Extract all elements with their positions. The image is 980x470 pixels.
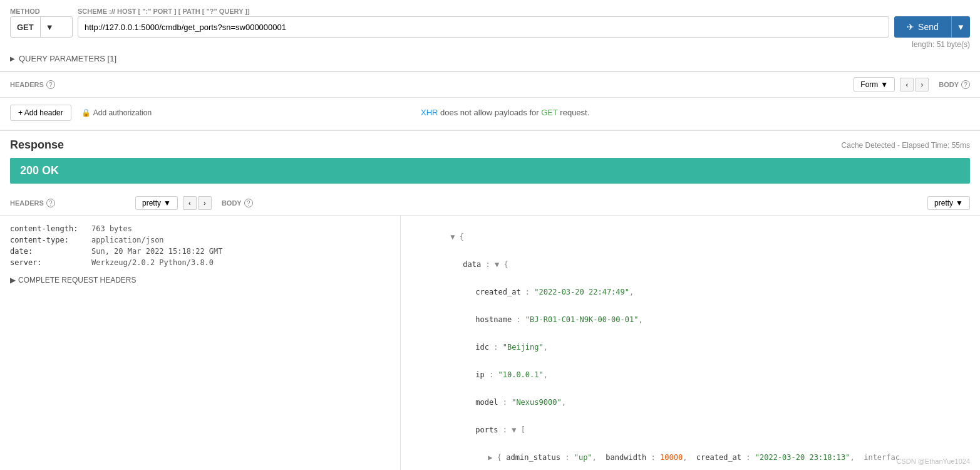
url-input[interactable]: [78, 16, 889, 38]
headers-label: HEADERS: [10, 81, 44, 88]
length-info: length: 51 byte(s): [10, 40, 970, 49]
send-btn-group: ✈ Send ▼: [894, 16, 970, 38]
watermark: CSDN @EthanYue1024: [896, 457, 970, 465]
json-collapse-ports[interactable]: ▼: [512, 426, 516, 434]
json-hostname: hostname : "BJ-R01-C01-N9K-00-00-01",: [411, 306, 970, 333]
json-ports-key: ports : ▼ [: [411, 416, 970, 444]
body-msg-suffix: request.: [558, 108, 590, 117]
send-dropdown-button[interactable]: ▼: [951, 16, 970, 38]
body-content-area: XHR does not allow payloads for GET requ…: [411, 103, 970, 122]
resp-body-pretty-button[interactable]: pretty ▼: [927, 196, 970, 210]
body-label: BODY: [939, 81, 959, 88]
add-auth-label: Add authorization: [93, 108, 152, 117]
json-port1: ▶ { admin_status : "up", bandwidth : 100…: [411, 444, 970, 470]
body-info-icon: ?: [961, 80, 970, 89]
json-collapse-port1[interactable]: ▶: [488, 453, 492, 462]
resp-body-info-icon: ?: [244, 199, 253, 207]
json-line-root-open: ▼ {: [411, 223, 970, 251]
query-params-toggle[interactable]: ▶ QUERY PARAMETERS [1]: [10, 54, 970, 63]
method-value: GET: [11, 23, 40, 32]
resp-headers-panel: content-length: 763 bytes content-type: …: [0, 216, 401, 470]
resp-nav-right[interactable]: ›: [198, 196, 212, 210]
status-bar: 200 OK: [10, 158, 970, 184]
cache-info: Cache Detected - Elapsed Time: 55ms: [842, 141, 970, 150]
lock-icon: 🔒: [81, 108, 91, 117]
method-label: METHOD: [10, 8, 73, 15]
header-date-val: Sun, 20 Mar 2022 15:18:22 GMT: [91, 247, 223, 256]
nav-left-arrow[interactable]: ‹: [900, 78, 914, 91]
json-ip: ip : "10.0.0.1",: [411, 361, 970, 389]
header-content-length-key: content-length:: [10, 224, 91, 233]
xhr-link[interactable]: XHR: [421, 108, 438, 117]
header-content-type: content-type: application/json: [10, 234, 390, 246]
json-data-key: data : ▼ {: [411, 251, 970, 278]
nav-right-arrow[interactable]: ›: [915, 78, 929, 91]
header-content-length-val: 763 bytes: [91, 224, 132, 233]
header-server: server: Werkzeug/2.0.2 Python/3.8.0: [10, 257, 390, 268]
send-label: Send: [918, 22, 939, 32]
add-authorization-button[interactable]: 🔒 Add authorization: [76, 105, 157, 120]
query-params-label: QUERY PARAMETERS [1]: [19, 54, 116, 63]
json-model: model : "Nexus9000",: [411, 389, 970, 416]
headers-info-icon: ?: [46, 80, 55, 89]
complete-req-label: COMPLETE REQUEST HEADERS: [18, 276, 136, 285]
header-server-key: server:: [10, 258, 91, 267]
header-date: date: Sun, 20 Mar 2022 15:18:22 GMT: [10, 246, 390, 257]
resp-body-panel: ▼ { data : ▼ { created_at : "2022-03-20 …: [401, 216, 980, 470]
header-server-val: Werkzeug/2.0.2 Python/3.8.0: [91, 258, 214, 267]
resp-pretty-dropdown-icon: ▼: [163, 199, 171, 207]
resp-headers-info-icon: ?: [46, 199, 55, 207]
form-button[interactable]: Form ▼: [854, 77, 895, 92]
json-idc: idc : "Beijing",: [411, 333, 970, 361]
json-created-at: created_at : "2022-03-20 22:47:49",: [411, 278, 970, 306]
resp-pretty-button[interactable]: pretty ▼: [135, 196, 178, 210]
add-header-button[interactable]: + Add header: [10, 105, 71, 121]
resp-body-label: BODY: [222, 199, 242, 207]
send-button[interactable]: ✈ Send: [894, 16, 951, 38]
resp-nav-left[interactable]: ‹: [183, 196, 197, 210]
header-content-type-key: content-type:: [10, 236, 91, 244]
resp-body-pretty-dropdown-icon: ▼: [956, 199, 963, 207]
get-link[interactable]: GET: [541, 108, 558, 117]
json-collapse-root[interactable]: ▼: [450, 232, 455, 241]
json-collapse-data[interactable]: ▼: [495, 260, 499, 269]
header-content-type-val: application/json: [91, 236, 164, 244]
header-content-length: content-length: 763 bytes: [10, 223, 390, 234]
method-select[interactable]: GET ▼: [10, 16, 73, 38]
resp-body-pretty-label: pretty: [934, 199, 953, 207]
resp-headers-label: HEADERS: [10, 199, 44, 207]
send-icon: ✈: [907, 22, 914, 32]
method-dropdown-icon[interactable]: ▼: [40, 17, 59, 37]
scheme-label: SCHEME :// HOST [ ":" PORT ] [ PATH [ "?…: [78, 8, 970, 15]
body-msg-text: does not allow payloads for: [438, 108, 541, 117]
response-title: Response: [10, 138, 64, 152]
query-params-arrow-icon: ▶: [10, 55, 15, 62]
form-dropdown-icon: ▼: [880, 80, 888, 89]
resp-pretty-label: pretty: [142, 199, 161, 207]
header-date-key: date:: [10, 247, 91, 256]
complete-req-headers[interactable]: ▶ COMPLETE REQUEST HEADERS: [10, 276, 390, 285]
form-label: Form: [860, 80, 878, 89]
complete-req-arrow: ▶: [10, 276, 16, 285]
